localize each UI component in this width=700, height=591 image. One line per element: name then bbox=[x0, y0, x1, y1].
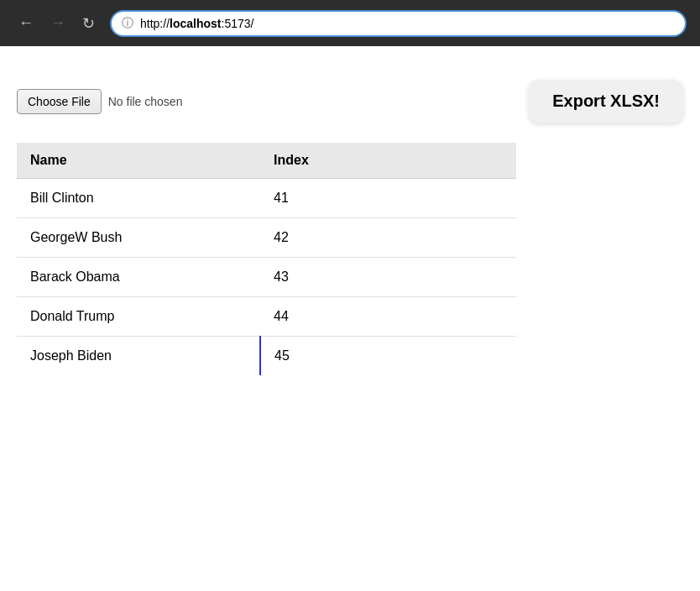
table-row: Joseph Biden45 bbox=[17, 337, 516, 376]
export-xlsx-button[interactable]: Export XLSX! bbox=[529, 80, 683, 123]
table-body: Bill Clinton41GeorgeW Bush42Barack Obama… bbox=[17, 179, 516, 376]
cell-name: Barack Obama bbox=[17, 258, 260, 297]
cell-name: Joseph Biden bbox=[17, 337, 260, 376]
file-input-area: Choose File No file chosen Export XLSX! bbox=[17, 80, 683, 123]
table-row: Bill Clinton41 bbox=[17, 179, 516, 218]
data-table: Name Index Bill Clinton41GeorgeW Bush42B… bbox=[17, 143, 516, 375]
choose-file-button[interactable]: Choose File bbox=[17, 89, 102, 114]
cell-index: 42 bbox=[260, 218, 516, 258]
cell-name: Donald Trump bbox=[17, 297, 260, 337]
url-suffix: :5173/ bbox=[222, 17, 254, 30]
table-row: GeorgeW Bush42 bbox=[17, 218, 516, 258]
back-button[interactable]: ← bbox=[13, 11, 39, 35]
url-prefix: http:// bbox=[140, 17, 170, 30]
cell-index: 41 bbox=[260, 179, 516, 218]
cell-index: 43 bbox=[260, 258, 516, 297]
column-header-index: Index bbox=[260, 143, 516, 179]
table-row: Barack Obama43 bbox=[17, 258, 516, 297]
cell-index: 45 bbox=[260, 337, 516, 376]
browser-chrome: ← → ↻ ⓘ http://localhost:5173/ bbox=[0, 0, 700, 46]
nav-buttons: ← → ↻ bbox=[13, 11, 100, 36]
info-icon: ⓘ bbox=[122, 16, 133, 31]
cell-index: 44 bbox=[260, 297, 516, 337]
table-header-row: Name Index bbox=[17, 143, 516, 179]
no-file-label: No file chosen bbox=[108, 95, 183, 108]
file-input-wrapper: Choose File No file chosen bbox=[17, 89, 529, 114]
page-content: Choose File No file chosen Export XLSX! … bbox=[0, 46, 700, 392]
reload-button[interactable]: ↻ bbox=[77, 11, 100, 36]
cell-name: Bill Clinton bbox=[17, 179, 260, 218]
forward-button[interactable]: → bbox=[45, 11, 71, 35]
url-bold: localhost bbox=[170, 17, 221, 30]
column-header-name: Name bbox=[17, 143, 260, 179]
table-header: Name Index bbox=[17, 143, 516, 179]
cell-name: GeorgeW Bush bbox=[17, 218, 260, 258]
url-display: http://localhost:5173/ bbox=[140, 17, 253, 30]
address-bar[interactable]: ⓘ http://localhost:5173/ bbox=[110, 10, 687, 37]
table-row: Donald Trump44 bbox=[17, 297, 516, 337]
